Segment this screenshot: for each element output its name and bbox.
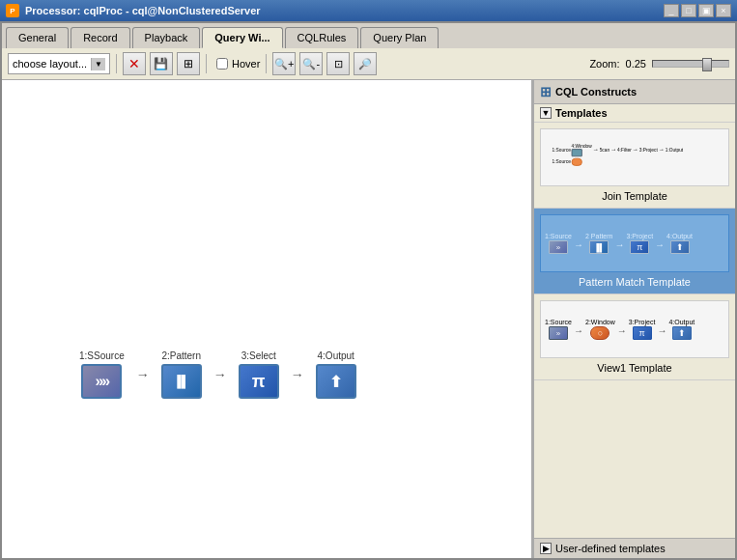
- tab-querywin[interactable]: Query Wi...: [202, 27, 282, 48]
- tab-record[interactable]: Record: [71, 27, 129, 48]
- user-defined-expand-icon[interactable]: ▶: [540, 543, 552, 554]
- title-bar: P Processor: cqlProc - cql@NonClusteredS…: [0, 0, 737, 21]
- ssource-icon: »»: [95, 373, 108, 390]
- output-icon: ⬆: [329, 373, 342, 391]
- app-icon: P: [6, 4, 19, 17]
- user-defined-label: User-defined templates: [555, 543, 666, 554]
- arrow-2: →: [213, 367, 227, 382]
- main-window: General Record Playback Query Wi... CQLR…: [0, 21, 737, 560]
- layout-dropdown-arrow[interactable]: ▼: [91, 58, 105, 70]
- template-view1[interactable]: 1:Source » → 2:Window ○ → 3:Project: [534, 294, 735, 380]
- cql-constructs-label: CQL Constructs: [555, 86, 637, 98]
- output-label: 4:Output: [318, 350, 354, 361]
- tab-cqlrules[interactable]: CQLRules: [285, 27, 359, 48]
- ssource-box[interactable]: »»: [81, 364, 122, 399]
- minimize-button[interactable]: _: [664, 4, 679, 17]
- select-label: 3:Select: [241, 350, 276, 361]
- maximize-button[interactable]: □: [681, 4, 696, 17]
- toolbar: choose layout... ▼ ✕ 💾 ⊞ Hover 🔍+ 🔍- ⊡: [2, 48, 735, 80]
- content-area: 1:SSource »» → 2:Pattern ▐▌ → 3:Select: [2, 80, 735, 558]
- right-panel: ⊞ CQL Constructs ▼ Templates 1:Source: [532, 80, 735, 558]
- toolbar-separator-2: [206, 54, 207, 73]
- magnify-icon: 🔎: [358, 58, 372, 70]
- grid-icon: ⊞: [184, 57, 193, 70]
- zoom-area: Zoom: 0.25: [589, 58, 729, 70]
- restore-button[interactable]: ▣: [698, 4, 714, 17]
- hover-checkbox-group: Hover: [216, 58, 260, 70]
- select-box[interactable]: π: [239, 364, 279, 399]
- cql-constructs-icon: ⊞: [540, 84, 552, 99]
- save-icon: 💾: [154, 57, 168, 70]
- zoom-slider[interactable]: [652, 60, 729, 68]
- template-pattern[interactable]: 1:Source » → 2 Pattern ▐▌ → 3:Project: [534, 209, 735, 294]
- zoom-slider-thumb[interactable]: [702, 58, 712, 71]
- window-title: Processor: cqlProc - cql@NonClusteredSer…: [25, 5, 261, 16]
- toolbar-separator-3: [266, 54, 267, 73]
- zoom-value: 0.25: [626, 58, 646, 70]
- layout-select-label: choose layout...: [13, 58, 87, 70]
- templates-label: Templates: [555, 107, 608, 119]
- fit-button[interactable]: ⊡: [326, 52, 350, 75]
- close-button[interactable]: ×: [716, 4, 731, 17]
- delete-button[interactable]: ✕: [123, 52, 146, 75]
- ssource-label: 1:SSource: [79, 350, 125, 361]
- zoom-in-button[interactable]: 🔍+: [272, 52, 296, 75]
- view1-template-label: View1 Template: [540, 362, 729, 374]
- arrow-1: →: [136, 367, 150, 382]
- tab-general[interactable]: General: [6, 27, 69, 48]
- flow-node-output: 4:Output ⬆: [316, 350, 356, 399]
- flow-node-ssource: 1:SSource »»: [79, 350, 125, 399]
- zoom-label: Zoom:: [589, 58, 619, 70]
- view1-template-img: 1:Source » → 2:Window ○ → 3:Project: [540, 300, 729, 358]
- pattern-template-label: Pattern Match Template: [540, 276, 729, 288]
- zoom-out-icon: 🔍-: [302, 58, 320, 70]
- save-button[interactable]: 💾: [150, 52, 173, 75]
- pattern-label: 2:Pattern: [161, 350, 201, 361]
- select-icon: π: [252, 372, 266, 392]
- tab-bar: General Record Playback Query Wi... CQLR…: [2, 23, 735, 48]
- templates-section: ▼ Templates 1:Source 4:Window: [534, 104, 735, 538]
- join-template-label: Join Template: [540, 190, 729, 202]
- flow-diagram: 1:SSource »» → 2:Pattern ▐▌ → 3:Select: [79, 350, 356, 399]
- pattern-template-img: 1:Source » → 2 Pattern ▐▌ → 3:Project: [540, 214, 729, 272]
- pattern-box[interactable]: ▐▌: [161, 364, 202, 399]
- canvas-area: 1:SSource »» → 2:Pattern ▐▌ → 3:Select: [2, 80, 532, 558]
- pattern-icon: ▐▌: [173, 375, 189, 388]
- template-join[interactable]: 1:Source 4:Window → 5can → 4:Filter →: [534, 123, 735, 209]
- grid-button[interactable]: ⊞: [177, 52, 200, 75]
- magnify-button[interactable]: 🔎: [354, 52, 377, 75]
- flow-node-select: 3:Select π: [239, 350, 279, 399]
- zoom-out-button[interactable]: 🔍-: [299, 52, 323, 75]
- join-template-img: 1:Source 4:Window → 5can → 4:Filter →: [540, 128, 729, 186]
- window-buttons: _ □ ▣ ×: [664, 4, 731, 17]
- hover-checkbox[interactable]: [216, 58, 228, 70]
- flow-node-pattern: 2:Pattern ▐▌: [161, 350, 202, 399]
- delete-icon: ✕: [128, 56, 140, 71]
- user-defined-bar[interactable]: ▶ User-defined templates: [534, 538, 735, 558]
- tab-queryplan[interactable]: Query Plan: [360, 27, 439, 48]
- tab-playback[interactable]: Playback: [132, 27, 201, 48]
- cql-constructs-header: ⊞ CQL Constructs: [534, 80, 735, 104]
- arrow-3: →: [291, 367, 304, 382]
- output-box[interactable]: ⬆: [316, 364, 356, 399]
- layout-select[interactable]: choose layout... ▼: [8, 53, 110, 74]
- expand-icon[interactable]: ▼: [540, 107, 552, 119]
- hover-label: Hover: [232, 58, 260, 70]
- fit-icon: ⊡: [334, 58, 343, 70]
- zoom-in-icon: 🔍+: [274, 58, 294, 70]
- templates-header: ▼ Templates: [534, 104, 735, 123]
- toolbar-separator-1: [116, 54, 117, 73]
